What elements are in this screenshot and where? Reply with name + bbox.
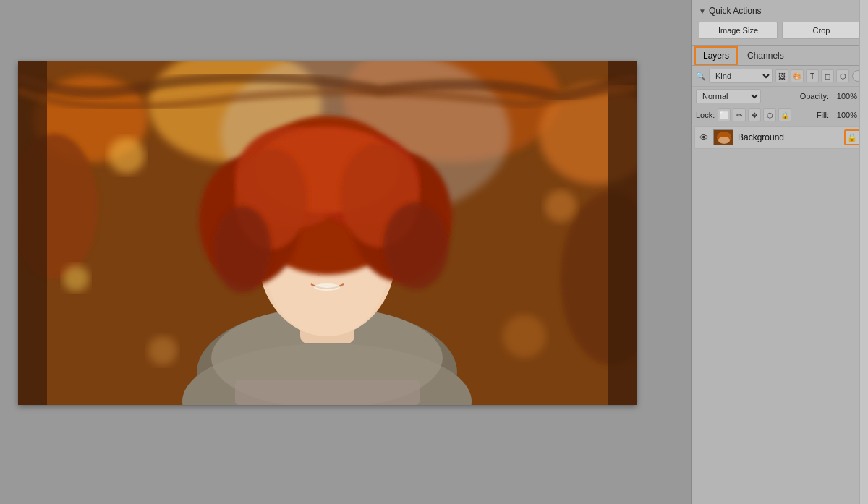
lock-icon: 🔒	[847, 133, 857, 142]
opacity-value[interactable]: 100%	[832, 92, 857, 101]
svg-rect-38	[608, 61, 637, 405]
lock-pixels-icon[interactable]: ✏	[733, 108, 746, 121]
tab-layers[interactable]: Layers	[694, 46, 738, 65]
layer-filter-bar: 🔍 Kind 🖼 🎨 T ◻ ⬡	[692, 66, 868, 87]
svg-point-22	[314, 283, 340, 291]
tab-channels[interactable]: Channels	[739, 47, 792, 64]
blend-mode-dropdown[interactable]: Normal	[696, 89, 761, 103]
filter-smart-icon[interactable]: ⬡	[836, 69, 849, 82]
svg-point-9	[545, 190, 576, 222]
opacity-label: Opacity:	[800, 92, 829, 101]
svg-point-41	[718, 137, 730, 144]
layer-visibility-icon[interactable]: 👁	[699, 132, 709, 143]
right-panel: ▼ Quick Actions Image Size Crop Layers C…	[691, 0, 868, 504]
filter-type-icon[interactable]: T	[806, 69, 819, 82]
layers-panel: Layers Channels ≡ 🔍 Kind 🖼 🎨 T ◻ ⬡	[692, 46, 868, 504]
filter-adjust-icon[interactable]: 🎨	[791, 69, 804, 82]
svg-point-34	[213, 206, 271, 293]
lock-artboard-icon[interactable]: ⬡	[763, 108, 776, 121]
lock-transparent-icon[interactable]: ⬜	[718, 108, 731, 121]
quick-actions-title: Quick Actions	[709, 6, 762, 16]
lock-all-icon[interactable]: 🔒	[778, 108, 791, 121]
photo-image	[18, 61, 637, 405]
filter-icons-group: 🖼 🎨 T ◻ ⬡	[775, 69, 849, 82]
layer-name: Background	[738, 132, 840, 142]
tabs-bar: Layers Channels ≡	[692, 46, 868, 66]
crop-button[interactable]: Crop	[782, 22, 861, 39]
lock-bar: Lock: ⬜ ✏ ✥ ⬡ 🔒 Fill: 100% ▾	[692, 106, 868, 124]
canvas-area	[0, 0, 691, 504]
svg-point-35	[383, 202, 448, 289]
lock-position-icon[interactable]: ✥	[748, 108, 761, 121]
filter-kind-dropdown[interactable]: Kind	[709, 69, 773, 83]
collapse-arrow-icon[interactable]: ▼	[699, 7, 706, 15]
svg-point-8	[63, 265, 89, 291]
search-icon: 🔍	[696, 72, 706, 81]
photo-container	[18, 61, 637, 405]
svg-rect-37	[18, 61, 47, 405]
blend-mode-bar: Normal Opacity: 100% ▾	[692, 87, 868, 106]
quick-actions-header: ▼ Quick Actions	[699, 6, 861, 16]
svg-point-11	[148, 336, 177, 365]
layer-row[interactable]: 👁 Background 🔒	[694, 126, 865, 149]
fill-value[interactable]: 100%	[832, 111, 857, 119]
quick-actions-section: ▼ Quick Actions Image Size Crop	[692, 0, 868, 46]
fill-label: Fill:	[817, 111, 829, 119]
right-scrollbar[interactable]	[859, 0, 868, 504]
layers-list: 👁 Background 🔒	[692, 124, 868, 504]
lock-label: Lock:	[696, 111, 715, 119]
layer-thumbnail	[713, 129, 733, 145]
svg-point-7	[109, 137, 145, 174]
lock-icons-group: ⬜ ✏ ✥ ⬡ 🔒	[718, 108, 791, 121]
filter-pixel-icon[interactable]: 🖼	[775, 69, 788, 82]
image-size-button[interactable]: Image Size	[699, 22, 778, 39]
layer-lock-badge[interactable]: 🔒	[844, 129, 860, 145]
svg-point-10	[503, 315, 546, 358]
quick-actions-buttons: Image Size Crop	[699, 22, 861, 39]
svg-rect-36	[235, 380, 420, 405]
filter-shape-icon[interactable]: ◻	[821, 69, 834, 82]
